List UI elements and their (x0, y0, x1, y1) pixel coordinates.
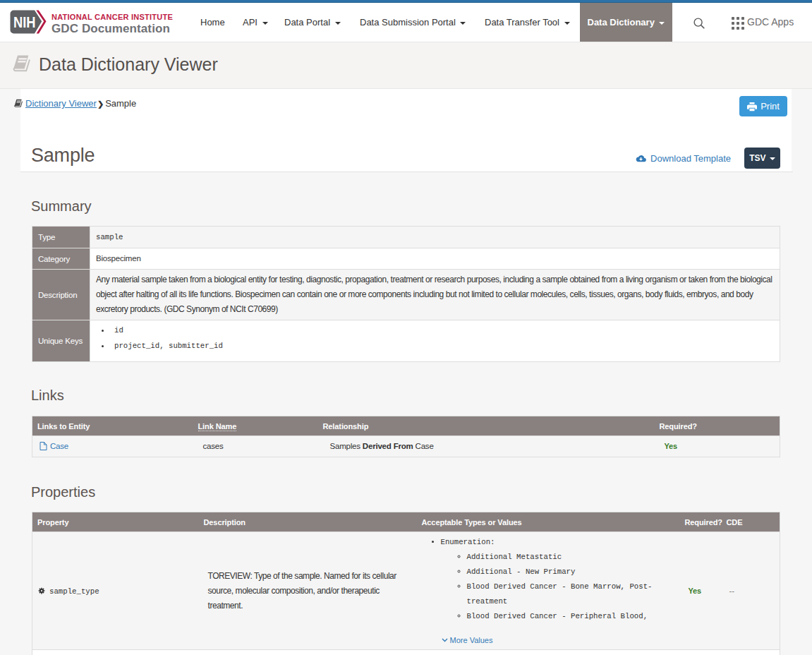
svg-text:NIH: NIH (13, 13, 36, 31)
